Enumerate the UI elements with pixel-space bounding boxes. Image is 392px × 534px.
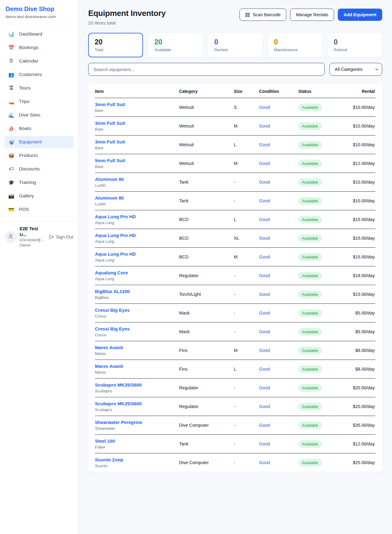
sidebar-item-training[interactable]: 🎓 Training bbox=[4, 176, 74, 189]
stat-label: Retired bbox=[334, 48, 376, 52]
item-name-link[interactable]: Steel 100 bbox=[95, 438, 177, 444]
item-name-link[interactable]: Aqua Lung Pro HD bbox=[95, 251, 177, 257]
item-name-link[interactable]: Mares Avanti bbox=[95, 345, 177, 350]
item-condition-link[interactable]: Good bbox=[259, 217, 270, 222]
status-badge: Available bbox=[298, 141, 322, 149]
item-name-link[interactable]: Mares Avanti bbox=[95, 364, 177, 369]
item-condition-link[interactable]: Good bbox=[259, 329, 270, 334]
manage-rentals-button[interactable]: Manage Rentals bbox=[290, 9, 334, 21]
sidebar-item-boats[interactable]: ⛵ Boats bbox=[4, 122, 74, 135]
item-rental-price: $12.00/day bbox=[346, 154, 375, 173]
status-badge: Available bbox=[298, 440, 322, 448]
item-size: L bbox=[234, 210, 259, 229]
item-name-link[interactable]: Scubapro MK25/S600 bbox=[95, 382, 177, 387]
sidebar-item-label: Dashboard bbox=[19, 31, 42, 37]
item-name-link[interactable]: Aqualung Core bbox=[95, 270, 177, 275]
item-condition-link[interactable]: Good bbox=[259, 180, 270, 185]
scan-barcode-button[interactable]: Scan Barcode bbox=[239, 9, 286, 21]
item-category: Regulator bbox=[179, 266, 234, 285]
brand-title[interactable]: Demo Dive Shop bbox=[6, 6, 73, 13]
item-name-link[interactable]: 5mm Full Suit bbox=[95, 158, 177, 163]
add-equipment-button[interactable]: Add Equipment bbox=[338, 9, 382, 21]
sidebar-item-gallery[interactable]: 📸 Gallery bbox=[4, 190, 74, 202]
item-condition-link[interactable]: Good bbox=[259, 124, 270, 128]
item-rental-price: $10.00/day bbox=[346, 192, 375, 210]
table-row: Cressi Big Eyes Cressi Mask - Good Avail… bbox=[95, 322, 375, 341]
item-condition-link[interactable]: Good bbox=[259, 348, 270, 353]
item-name-link[interactable]: Aqua Lung Pro HD bbox=[95, 233, 177, 238]
item-category: Torch/Light bbox=[179, 285, 234, 304]
item-name-link[interactable]: Aqua Lung Pro HD bbox=[95, 214, 177, 219]
item-name-link[interactable]: Cressi Big Eyes bbox=[95, 307, 177, 313]
item-rental-price: $5.00/day bbox=[346, 304, 375, 322]
item-condition-link[interactable]: Good bbox=[259, 460, 270, 465]
item-rental-price: $8.00/day bbox=[346, 360, 375, 379]
add-equipment-label: Add Equipment bbox=[344, 12, 376, 17]
item-name-link[interactable]: Shearwater Peregrine bbox=[95, 420, 177, 425]
item-category: Tank bbox=[179, 173, 234, 192]
item-name-link[interactable]: Aluminum 80 bbox=[95, 177, 177, 182]
sidebar-item-products[interactable]: 📦 Products bbox=[4, 149, 74, 162]
sidebar-item-discounts[interactable]: 🏷 Discounts bbox=[4, 163, 74, 175]
column-header-condition: Condition bbox=[259, 84, 298, 98]
table-row: BigBlue AL1200 BigBlue Torch/Light - Goo… bbox=[95, 285, 375, 304]
sign-out-icon bbox=[49, 235, 54, 239]
item-name-link[interactable]: 3mm Full Suit bbox=[95, 102, 177, 107]
sidebar-item-calendar[interactable]: 🗓 Calendar bbox=[4, 55, 74, 67]
status-badge: Available bbox=[298, 104, 322, 111]
stat-card-retired[interactable]: 0 Retired bbox=[327, 33, 382, 57]
item-name-link[interactable]: BigBlue AL1200 bbox=[95, 289, 177, 294]
stat-card-available[interactable]: 20 Available bbox=[148, 33, 203, 57]
category-select[interactable]: All Categories bbox=[330, 63, 382, 76]
item-name-link[interactable]: Aluminum 80 bbox=[95, 195, 177, 200]
item-size: M bbox=[234, 341, 259, 360]
item-rental-price: $10.00/day bbox=[346, 173, 375, 192]
sidebar-item-dive-sites[interactable]: 🌊 Dive Sites bbox=[4, 109, 74, 121]
sidebar-item-trips[interactable]: 🚤 Trips bbox=[4, 95, 74, 108]
item-condition-link[interactable]: Good bbox=[259, 254, 270, 259]
item-condition-link[interactable]: Good bbox=[259, 423, 270, 428]
item-name-link[interactable]: Scubapro MK25/S600 bbox=[95, 401, 177, 406]
sidebar-item-tours[interactable]: 🏝 Tours bbox=[4, 82, 74, 94]
item-condition-link[interactable]: Good bbox=[259, 161, 270, 166]
stat-card-maintenance[interactable]: 0 Maintenance bbox=[268, 33, 322, 57]
item-condition-link[interactable]: Good bbox=[259, 292, 270, 297]
item-name-link[interactable]: Cressi Big Eyes bbox=[95, 326, 177, 331]
status-badge: Available bbox=[298, 235, 322, 242]
sidebar-item-bookings[interactable]: 📅 Bookings bbox=[4, 41, 74, 54]
item-condition-link[interactable]: Good bbox=[259, 198, 270, 203]
item-name-link[interactable]: 3mm Full Suit bbox=[95, 120, 177, 126]
item-name-link[interactable]: Suunto Zoop bbox=[95, 457, 177, 462]
island-icon: 🏝 bbox=[8, 85, 15, 91]
sidebar-item-equipment[interactable]: 🤿 Equipment bbox=[4, 136, 74, 148]
sidebar-nav: 📊 Dashboard 📅 Bookings 🗓 Calendar 👥 Cust… bbox=[0, 24, 78, 219]
sidebar-item-dashboard[interactable]: 📊 Dashboard bbox=[4, 28, 74, 40]
user-email: e2e-tester@... bbox=[20, 238, 46, 243]
sidebar-item-customers[interactable]: 👥 Customers bbox=[4, 68, 74, 81]
item-condition-link[interactable]: Good bbox=[259, 404, 270, 409]
item-condition-link[interactable]: Good bbox=[259, 311, 270, 315]
item-rental-price: $18.00/day bbox=[346, 266, 375, 285]
item-rental-price: $35.00/day bbox=[346, 416, 375, 435]
item-condition-link[interactable]: Good bbox=[259, 385, 270, 390]
stat-card-rented[interactable]: 0 Rented bbox=[208, 33, 262, 57]
stat-card-total[interactable]: 20 Total bbox=[88, 33, 143, 57]
item-condition-link[interactable]: Good bbox=[259, 273, 270, 278]
item-condition-link[interactable]: Good bbox=[259, 367, 270, 372]
status-badge: Available bbox=[298, 253, 322, 261]
manage-rentals-label: Manage Rentals bbox=[296, 12, 328, 17]
category-select-wrap: All Categories bbox=[330, 63, 382, 76]
item-condition-link[interactable]: Good bbox=[259, 236, 270, 241]
item-rental-price: $15.00/day bbox=[346, 229, 375, 248]
item-size: - bbox=[234, 453, 259, 472]
item-condition-link[interactable]: Good bbox=[259, 105, 270, 110]
item-condition-link[interactable]: Good bbox=[259, 441, 270, 446]
item-condition-link[interactable]: Good bbox=[259, 142, 270, 147]
search-input[interactable] bbox=[88, 63, 325, 76]
sidebar-item-pos[interactable]: 💳 POS bbox=[4, 203, 74, 216]
status-badge: Available bbox=[298, 328, 322, 336]
sign-out-button[interactable]: Sign Out bbox=[49, 235, 73, 239]
sidebar-item-label: Gallery bbox=[19, 193, 34, 199]
item-brand: Mares bbox=[95, 370, 177, 375]
item-name-link[interactable]: 3mm Full Suit bbox=[95, 139, 177, 144]
